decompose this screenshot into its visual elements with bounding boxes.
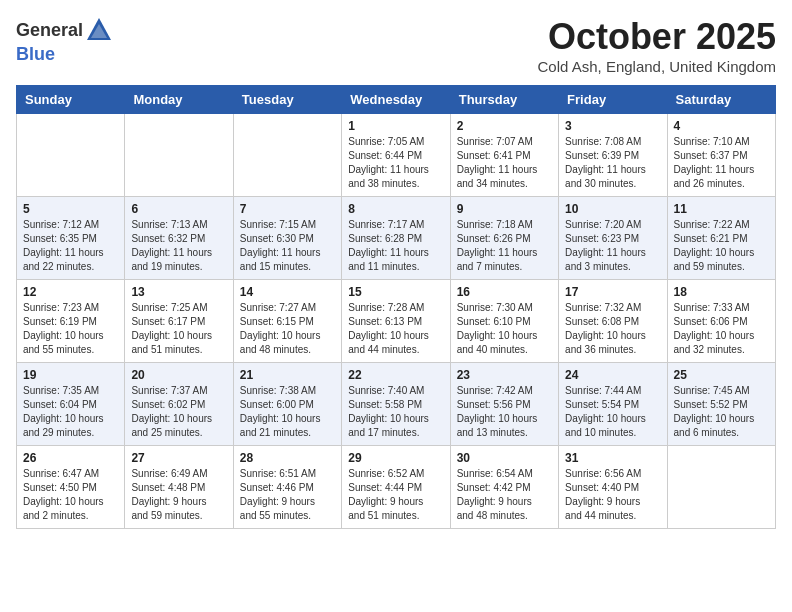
day-info: Sunrise: 6:54 AM Sunset: 4:42 PM Dayligh… (457, 467, 552, 523)
calendar-header-row: SundayMondayTuesdayWednesdayThursdayFrid… (17, 86, 776, 114)
title-block: October 2025 Cold Ash, England, United K… (538, 16, 776, 75)
calendar-cell (125, 114, 233, 197)
day-number: 15 (348, 285, 443, 299)
calendar-cell: 25Sunrise: 7:45 AM Sunset: 5:52 PM Dayli… (667, 363, 775, 446)
day-number: 22 (348, 368, 443, 382)
calendar-cell: 26Sunrise: 6:47 AM Sunset: 4:50 PM Dayli… (17, 446, 125, 529)
calendar-cell: 31Sunrise: 6:56 AM Sunset: 4:40 PM Dayli… (559, 446, 667, 529)
calendar-cell: 23Sunrise: 7:42 AM Sunset: 5:56 PM Dayli… (450, 363, 558, 446)
day-info: Sunrise: 7:17 AM Sunset: 6:28 PM Dayligh… (348, 218, 443, 274)
logo: General Blue (16, 16, 113, 65)
day-number: 19 (23, 368, 118, 382)
calendar-cell: 10Sunrise: 7:20 AM Sunset: 6:23 PM Dayli… (559, 197, 667, 280)
weekday-header: Saturday (667, 86, 775, 114)
weekday-header: Tuesday (233, 86, 341, 114)
calendar-cell: 20Sunrise: 7:37 AM Sunset: 6:02 PM Dayli… (125, 363, 233, 446)
month-title: October 2025 (538, 16, 776, 58)
day-number: 27 (131, 451, 226, 465)
day-info: Sunrise: 7:22 AM Sunset: 6:21 PM Dayligh… (674, 218, 769, 274)
day-number: 23 (457, 368, 552, 382)
logo-blue: Blue (16, 44, 55, 64)
calendar-week-row: 26Sunrise: 6:47 AM Sunset: 4:50 PM Dayli… (17, 446, 776, 529)
calendar-cell: 14Sunrise: 7:27 AM Sunset: 6:15 PM Dayli… (233, 280, 341, 363)
calendar-cell: 4Sunrise: 7:10 AM Sunset: 6:37 PM Daylig… (667, 114, 775, 197)
calendar-cell: 22Sunrise: 7:40 AM Sunset: 5:58 PM Dayli… (342, 363, 450, 446)
day-number: 3 (565, 119, 660, 133)
calendar-cell: 16Sunrise: 7:30 AM Sunset: 6:10 PM Dayli… (450, 280, 558, 363)
day-number: 9 (457, 202, 552, 216)
day-info: Sunrise: 7:10 AM Sunset: 6:37 PM Dayligh… (674, 135, 769, 191)
calendar-cell: 5Sunrise: 7:12 AM Sunset: 6:35 PM Daylig… (17, 197, 125, 280)
day-info: Sunrise: 7:23 AM Sunset: 6:19 PM Dayligh… (23, 301, 118, 357)
day-info: Sunrise: 6:51 AM Sunset: 4:46 PM Dayligh… (240, 467, 335, 523)
day-number: 25 (674, 368, 769, 382)
day-info: Sunrise: 7:45 AM Sunset: 5:52 PM Dayligh… (674, 384, 769, 440)
day-info: Sunrise: 7:32 AM Sunset: 6:08 PM Dayligh… (565, 301, 660, 357)
calendar-cell: 8Sunrise: 7:17 AM Sunset: 6:28 PM Daylig… (342, 197, 450, 280)
day-number: 10 (565, 202, 660, 216)
calendar-cell: 3Sunrise: 7:08 AM Sunset: 6:39 PM Daylig… (559, 114, 667, 197)
day-info: Sunrise: 7:38 AM Sunset: 6:00 PM Dayligh… (240, 384, 335, 440)
day-info: Sunrise: 7:35 AM Sunset: 6:04 PM Dayligh… (23, 384, 118, 440)
calendar-cell: 6Sunrise: 7:13 AM Sunset: 6:32 PM Daylig… (125, 197, 233, 280)
calendar-cell (233, 114, 341, 197)
calendar-cell: 18Sunrise: 7:33 AM Sunset: 6:06 PM Dayli… (667, 280, 775, 363)
weekday-header: Friday (559, 86, 667, 114)
day-info: Sunrise: 7:44 AM Sunset: 5:54 PM Dayligh… (565, 384, 660, 440)
day-number: 20 (131, 368, 226, 382)
calendar-cell: 1Sunrise: 7:05 AM Sunset: 6:44 PM Daylig… (342, 114, 450, 197)
day-number: 13 (131, 285, 226, 299)
day-number: 29 (348, 451, 443, 465)
logo-general: General (16, 20, 83, 41)
day-number: 4 (674, 119, 769, 133)
day-info: Sunrise: 7:42 AM Sunset: 5:56 PM Dayligh… (457, 384, 552, 440)
calendar-cell: 28Sunrise: 6:51 AM Sunset: 4:46 PM Dayli… (233, 446, 341, 529)
calendar-cell: 29Sunrise: 6:52 AM Sunset: 4:44 PM Dayli… (342, 446, 450, 529)
day-info: Sunrise: 7:13 AM Sunset: 6:32 PM Dayligh… (131, 218, 226, 274)
weekday-header: Thursday (450, 86, 558, 114)
day-info: Sunrise: 6:47 AM Sunset: 4:50 PM Dayligh… (23, 467, 118, 523)
day-number: 1 (348, 119, 443, 133)
weekday-header: Sunday (17, 86, 125, 114)
weekday-header: Wednesday (342, 86, 450, 114)
calendar-week-row: 1Sunrise: 7:05 AM Sunset: 6:44 PM Daylig… (17, 114, 776, 197)
day-number: 24 (565, 368, 660, 382)
calendar-cell: 15Sunrise: 7:28 AM Sunset: 6:13 PM Dayli… (342, 280, 450, 363)
day-info: Sunrise: 6:49 AM Sunset: 4:48 PM Dayligh… (131, 467, 226, 523)
day-number: 2 (457, 119, 552, 133)
calendar-week-row: 5Sunrise: 7:12 AM Sunset: 6:35 PM Daylig… (17, 197, 776, 280)
calendar-cell: 12Sunrise: 7:23 AM Sunset: 6:19 PM Dayli… (17, 280, 125, 363)
day-info: Sunrise: 7:40 AM Sunset: 5:58 PM Dayligh… (348, 384, 443, 440)
calendar-cell: 2Sunrise: 7:07 AM Sunset: 6:41 PM Daylig… (450, 114, 558, 197)
calendar-cell (17, 114, 125, 197)
day-number: 12 (23, 285, 118, 299)
calendar-week-row: 19Sunrise: 7:35 AM Sunset: 6:04 PM Dayli… (17, 363, 776, 446)
calendar-cell: 21Sunrise: 7:38 AM Sunset: 6:00 PM Dayli… (233, 363, 341, 446)
day-number: 21 (240, 368, 335, 382)
day-info: Sunrise: 7:07 AM Sunset: 6:41 PM Dayligh… (457, 135, 552, 191)
day-number: 17 (565, 285, 660, 299)
day-number: 14 (240, 285, 335, 299)
day-number: 26 (23, 451, 118, 465)
calendar-cell: 7Sunrise: 7:15 AM Sunset: 6:30 PM Daylig… (233, 197, 341, 280)
calendar-cell: 27Sunrise: 6:49 AM Sunset: 4:48 PM Dayli… (125, 446, 233, 529)
day-number: 11 (674, 202, 769, 216)
day-info: Sunrise: 7:25 AM Sunset: 6:17 PM Dayligh… (131, 301, 226, 357)
day-info: Sunrise: 7:37 AM Sunset: 6:02 PM Dayligh… (131, 384, 226, 440)
day-info: Sunrise: 7:28 AM Sunset: 6:13 PM Dayligh… (348, 301, 443, 357)
day-number: 18 (674, 285, 769, 299)
calendar-cell: 17Sunrise: 7:32 AM Sunset: 6:08 PM Dayli… (559, 280, 667, 363)
day-info: Sunrise: 7:33 AM Sunset: 6:06 PM Dayligh… (674, 301, 769, 357)
calendar-cell: 9Sunrise: 7:18 AM Sunset: 6:26 PM Daylig… (450, 197, 558, 280)
day-info: Sunrise: 7:15 AM Sunset: 6:30 PM Dayligh… (240, 218, 335, 274)
logo-icon (85, 16, 113, 44)
day-number: 5 (23, 202, 118, 216)
day-info: Sunrise: 7:05 AM Sunset: 6:44 PM Dayligh… (348, 135, 443, 191)
day-info: Sunrise: 7:18 AM Sunset: 6:26 PM Dayligh… (457, 218, 552, 274)
calendar-cell: 13Sunrise: 7:25 AM Sunset: 6:17 PM Dayli… (125, 280, 233, 363)
weekday-header: Monday (125, 86, 233, 114)
day-info: Sunrise: 6:56 AM Sunset: 4:40 PM Dayligh… (565, 467, 660, 523)
calendar-cell (667, 446, 775, 529)
day-number: 31 (565, 451, 660, 465)
calendar-cell: 19Sunrise: 7:35 AM Sunset: 6:04 PM Dayli… (17, 363, 125, 446)
